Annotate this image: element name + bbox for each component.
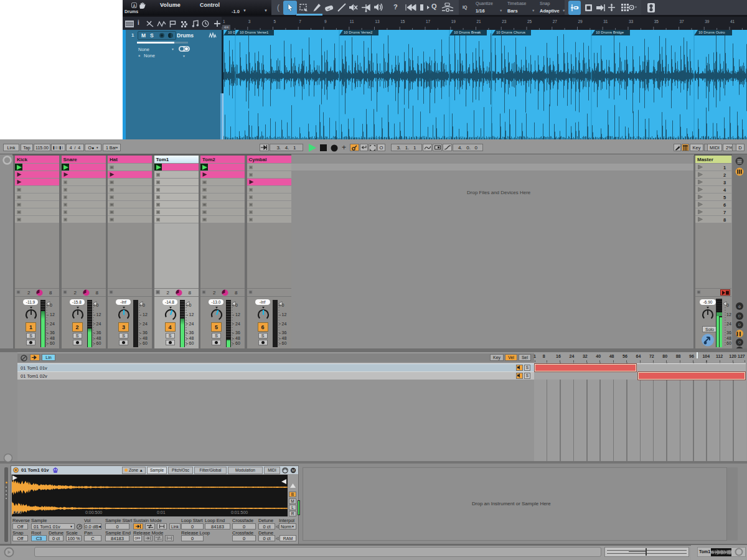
svg-text:M: M [292,469,295,472]
